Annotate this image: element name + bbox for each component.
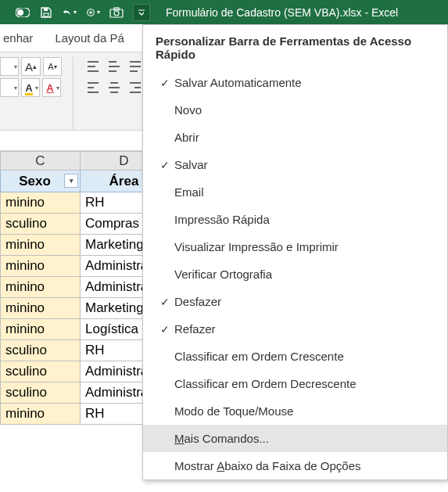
menu-item-label: Impressão Rápida (174, 213, 435, 226)
save-icon[interactable] (39, 5, 53, 20)
menu-item-label: Refazer (174, 322, 435, 336)
cell-sexo[interactable]: minino (1, 298, 81, 319)
svg-point-8 (114, 11, 119, 16)
menu-item-label: Classificar em Ordem Crescente (174, 350, 435, 363)
fill-color-button[interactable]: A▾ (21, 78, 40, 97)
menu-item-label: Visualizar Impressão e Imprimir (174, 240, 435, 253)
menu-item[interactable]: ✓Desfazer (143, 288, 447, 315)
border-button[interactable]: ▾ (0, 78, 19, 97)
grow-font-button[interactable]: A▴ (21, 57, 41, 76)
check-icon: ✓ (156, 323, 174, 336)
align-middle-button[interactable] (106, 57, 124, 76)
menu-item[interactable]: Verificar Ortografia (143, 260, 447, 288)
menu-item[interactable]: Visualizar Impressão e Imprimir (143, 233, 447, 260)
check-icon: ✓ (156, 296, 174, 308)
header-area-label: Área (109, 174, 139, 189)
align-left-button[interactable] (84, 78, 103, 97)
svg-point-1 (17, 9, 23, 16)
filter-header-sexo[interactable]: Sexo ▾ (1, 171, 81, 192)
app-name: - Excel (362, 6, 399, 19)
menu-item-label: Salvar (174, 158, 435, 171)
autosave-toggle-icon[interactable] (16, 5, 30, 20)
align-top-button[interactable] (84, 57, 103, 76)
menu-item[interactable]: ✓Salvar (143, 151, 447, 178)
menu-item[interactable]: Classificar em Ordem Decrescente (143, 370, 447, 397)
menu-item-label: Mostrar Abaixo da Faixa de Opções (174, 459, 435, 472)
qat-customize-menu: Personalizar Barra de Ferramentas de Ace… (142, 24, 448, 480)
menu-title: Personalizar Barra de Ferramentas de Ace… (143, 25, 447, 69)
menu-item-more-commands[interactable]: Mais Comandos... (143, 425, 447, 452)
cell-sexo[interactable]: sculino (1, 214, 81, 235)
cell-sexo[interactable]: minino (1, 404, 81, 425)
menu-item-label: Novo (174, 103, 435, 117)
qat-customize-dropdown[interactable] (133, 4, 150, 21)
tab-page-layout-partial[interactable]: Layout da Pá (55, 31, 124, 45)
svg-point-5 (89, 11, 91, 13)
menu-item-label: Modo de Toque/Mouse (174, 404, 435, 418)
svg-rect-2 (44, 13, 48, 16)
cell-sexo[interactable]: minino (1, 319, 81, 340)
tab-draw-partial[interactable]: enhar (3, 31, 33, 45)
cell-sexo[interactable]: minino (1, 235, 81, 256)
font-color-button[interactable]: A▾ (42, 78, 61, 97)
menu-item-label: Desfazer (174, 295, 435, 308)
menu-item[interactable]: Classificar em Ordem Crescente (143, 343, 447, 370)
redo-icon[interactable]: ▾ (86, 5, 100, 20)
col-header-c[interactable]: C (1, 152, 81, 171)
check-icon: ✓ (156, 77, 174, 89)
undo-icon[interactable]: ▾ (63, 5, 77, 20)
menu-item-show-below[interactable]: Mostrar Abaixo da Faixa de Opções (143, 452, 447, 479)
menu-item-label: Email (174, 185, 435, 199)
menu-item-label: Classificar em Ordem Decrescente (174, 377, 435, 390)
camera-icon[interactable] (109, 5, 124, 20)
menu-item[interactable]: Novo (143, 96, 447, 124)
menu-item-label: Abrir (174, 131, 435, 144)
shrink-font-button[interactable]: A▾ (43, 57, 62, 76)
filter-dropdown-sexo[interactable]: ▾ (64, 174, 78, 188)
header-sexo-label: Sexo (19, 174, 51, 189)
cell-sexo[interactable]: minino (1, 256, 81, 277)
menu-item-label: Salvar Automaticamente (174, 76, 435, 89)
alignment-group (84, 57, 145, 130)
cell-sexo[interactable]: sculino (1, 340, 81, 361)
cell-sexo[interactable]: minino (1, 277, 81, 298)
menu-item[interactable]: Modo de Toque/Mouse (143, 397, 447, 425)
align-center-button[interactable] (106, 78, 124, 97)
titlebar: ▾ ▾ Formulário de Cadastro (SEM VBA).xls… (0, 0, 448, 24)
file-name: Formulário de Cadastro (SEM VBA).xlsx (166, 6, 362, 19)
cell-sexo[interactable]: minino (1, 192, 81, 214)
menu-item[interactable]: Email (143, 178, 447, 206)
menu-item-label: Mais Comandos... (174, 432, 435, 445)
menu-item[interactable]: Impressão Rápida (143, 206, 447, 233)
quick-access-toolbar: ▾ ▾ (0, 4, 150, 21)
menu-item-label: Verificar Ortografia (174, 268, 435, 281)
menu-item[interactable]: ✓Salvar Automaticamente (143, 69, 447, 96)
cell-sexo[interactable]: sculino (1, 361, 81, 382)
menu-item[interactable]: Abrir (143, 124, 447, 151)
check-icon: ✓ (156, 159, 174, 171)
menu-item[interactable]: ✓Refazer (143, 315, 447, 343)
svg-rect-3 (44, 8, 48, 11)
window-title: Formulário de Cadastro (SEM VBA).xlsx - … (166, 6, 398, 19)
font-select-partial[interactable]: ▾ (0, 57, 19, 76)
cell-sexo[interactable]: sculino (1, 382, 81, 404)
font-group: ▾ A▴ A▾ ▾ A▾ A▾ (0, 57, 62, 130)
